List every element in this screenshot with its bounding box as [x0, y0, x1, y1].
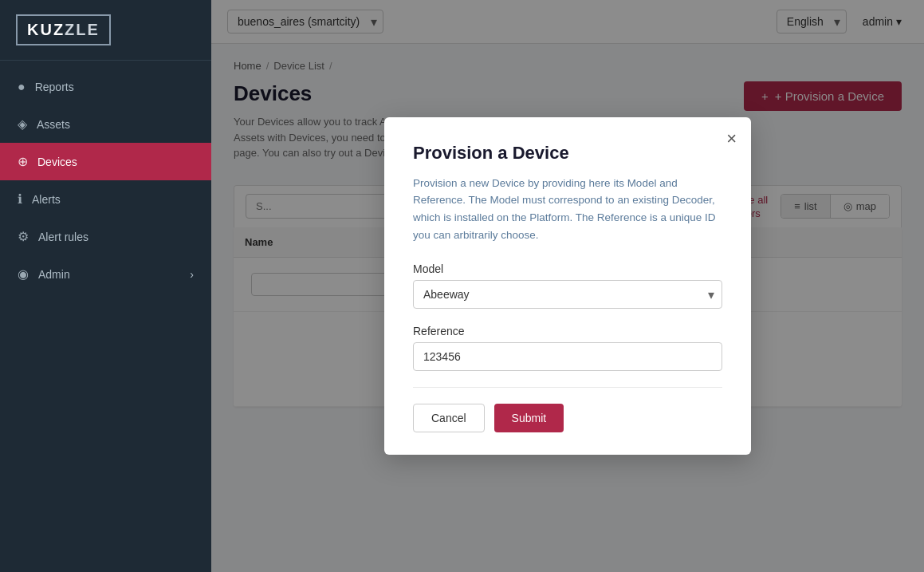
sidebar-item-label: Alert rules — [38, 231, 88, 243]
model-select-wrapper: Abeeway SigFox LoRa Zigbee — [413, 280, 722, 309]
main-content: buenos_aires (smartcity) English admin ▾… — [211, 0, 924, 572]
alerts-icon: ℹ — [18, 191, 22, 207]
logo: KUZZLE — [16, 14, 111, 45]
modal-divider — [413, 387, 722, 388]
model-form-group: Model Abeeway SigFox LoRa Zigbee — [413, 262, 722, 309]
sidebar-item-label: Admin — [38, 268, 70, 281]
modal-actions: Cancel Submit — [413, 404, 722, 432]
logo-container: KUZZLE — [0, 0, 211, 61]
modal-description: Provision a new Device by providing here… — [413, 175, 722, 243]
modal-title: Provision a Device — [413, 143, 722, 164]
modal-close-button[interactable]: × — [726, 130, 737, 148]
sidebar-item-alerts[interactable]: ℹ Alerts — [0, 180, 211, 218]
reference-label: Reference — [413, 325, 722, 337]
cancel-button[interactable]: Cancel — [413, 404, 485, 432]
submit-button[interactable]: Submit — [494, 404, 564, 432]
reference-form-group: Reference — [413, 325, 722, 371]
sidebar-item-label: Alerts — [32, 193, 61, 206]
sidebar-item-label: Reports — [35, 81, 74, 93]
model-select[interactable]: Abeeway SigFox LoRa Zigbee — [413, 280, 722, 309]
admin-left: ◉ Admin — [18, 266, 70, 282]
model-label: Model — [413, 262, 722, 275]
sidebar-item-devices[interactable]: ⊕ Devices — [0, 143, 211, 180]
sidebar-item-admin[interactable]: ◉ Admin › — [0, 255, 211, 293]
sidebar-item-label: Assets — [37, 118, 70, 131]
devices-icon: ⊕ — [18, 154, 28, 169]
alert-rules-icon: ⚙ — [18, 229, 29, 244]
reports-icon: ● — [18, 80, 26, 94]
sidebar-item-reports[interactable]: ● Reports — [0, 69, 211, 105]
reference-input[interactable] — [413, 342, 722, 371]
modal-overlay[interactable]: × Provision a Device Provision a new Dev… — [211, 0, 924, 572]
sidebar-item-assets[interactable]: ◈ Assets — [0, 105, 211, 143]
sidebar-item-alert-rules[interactable]: ⚙ Alert rules — [0, 218, 211, 255]
sidebar-nav: ● Reports ◈ Assets ⊕ Devices ℹ Alerts ⚙ … — [0, 61, 211, 572]
sidebar: KUZZLE ● Reports ◈ Assets ⊕ Devices ℹ Al… — [0, 0, 211, 572]
provision-modal: × Provision a Device Provision a new Dev… — [384, 117, 751, 455]
chevron-right-icon: › — [190, 268, 194, 281]
sidebar-item-label: Devices — [37, 156, 77, 168]
assets-icon: ◈ — [18, 116, 27, 132]
admin-icon: ◉ — [18, 266, 29, 282]
